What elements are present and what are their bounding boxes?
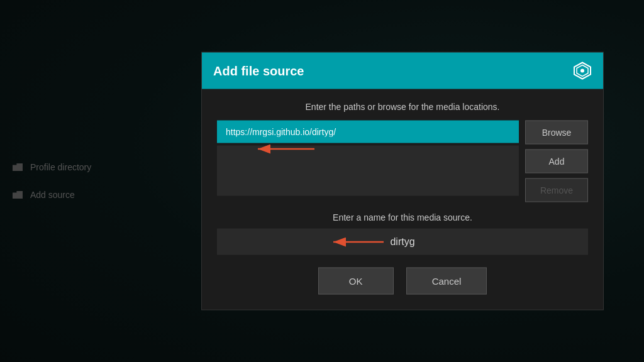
cancel-button[interactable]: Cancel (406, 268, 487, 295)
ok-button[interactable]: OK (318, 268, 394, 295)
add-file-source-dialog: Add file source Enter the paths or brows… (201, 52, 604, 310)
url-list-area (217, 146, 519, 196)
source-button-group: Browse Add Remove (525, 121, 588, 202)
dialog-title: Add file source (213, 63, 304, 78)
remove-button[interactable]: Remove (525, 178, 588, 202)
dialog-header: Add file source (202, 53, 603, 89)
url-input[interactable] (217, 121, 519, 143)
url-input-container (217, 121, 519, 202)
dialog-body: Enter the paths or browse for the media … (202, 89, 603, 310)
svg-point-2 (580, 69, 584, 73)
dialog-subtitle: Enter the paths or browse for the media … (217, 102, 588, 112)
name-section-label: Enter a name for this media source. (217, 212, 588, 222)
add-button[interactable]: Add (525, 150, 588, 173)
media-source-name-input[interactable] (217, 229, 588, 255)
browse-button[interactable]: Browse (525, 121, 588, 145)
dialog-footer: OK Cancel (217, 268, 588, 295)
kodi-logo (573, 62, 592, 80)
source-input-row: Browse Add Remove (217, 121, 588, 202)
